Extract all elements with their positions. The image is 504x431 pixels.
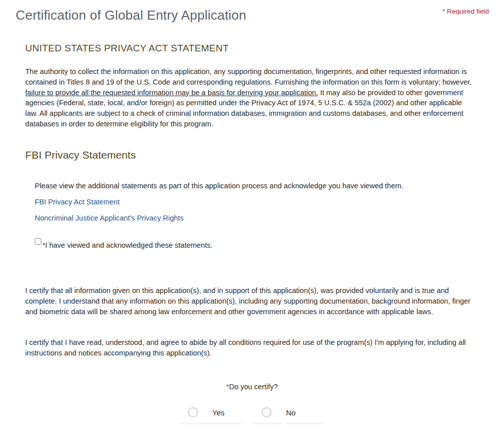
required-field-note: * Required field <box>443 8 489 15</box>
certify-option-no: No <box>262 407 295 417</box>
certification-paragraph-1: I certify that all information given on … <box>25 285 477 317</box>
privacy-act-paragraph: The authority to collect the information… <box>25 66 475 129</box>
cutoff-border-line <box>286 423 323 424</box>
cutoff-border-line <box>180 423 242 424</box>
no-radio-label[interactable]: No <box>286 408 295 417</box>
privacy-text-before: The authority to collect the information… <box>25 67 472 86</box>
cutoff-border-line <box>254 423 282 424</box>
certification-page: Certification of Global Entry Applicatio… <box>0 0 504 431</box>
certify-options-group: Yes No <box>188 407 296 417</box>
noncriminal-justice-rights-link[interactable]: Noncriminal Justice Applicant's Privacy … <box>35 213 183 223</box>
acknowledgement-label-text: I have viewed and acknowledged these sta… <box>45 241 213 249</box>
no-radio-button[interactable] <box>262 407 272 417</box>
yes-radio-button[interactable] <box>188 407 198 417</box>
acknowledgement-row: *I have viewed and acknowledged these st… <box>35 238 213 250</box>
certify-question: *Do you certify? <box>0 382 504 392</box>
fbi-privacy-act-statement-link[interactable]: FBI Privacy Act Statement <box>35 197 119 207</box>
fbi-intro-text: Please view the additional statements as… <box>35 181 403 191</box>
privacy-act-heading: UNITED STATES PRIVACY ACT STATEMENT <box>25 42 229 55</box>
page-title: Certification of Global Entry Applicatio… <box>16 7 246 24</box>
certify-option-yes: Yes <box>188 407 224 417</box>
acknowledgement-checkbox[interactable] <box>35 238 41 245</box>
yes-radio-label[interactable]: Yes <box>212 408 224 417</box>
acknowledgement-label: *I have viewed and acknowledged these st… <box>42 238 213 250</box>
certify-question-text: Do you certify? <box>229 383 278 391</box>
certification-paragraph-2: I certify that I have read, understood, … <box>25 337 477 358</box>
fbi-privacy-heading: FBI Privacy Statements <box>25 148 136 162</box>
privacy-text-underlined: failure to provide all the requested inf… <box>25 89 318 97</box>
